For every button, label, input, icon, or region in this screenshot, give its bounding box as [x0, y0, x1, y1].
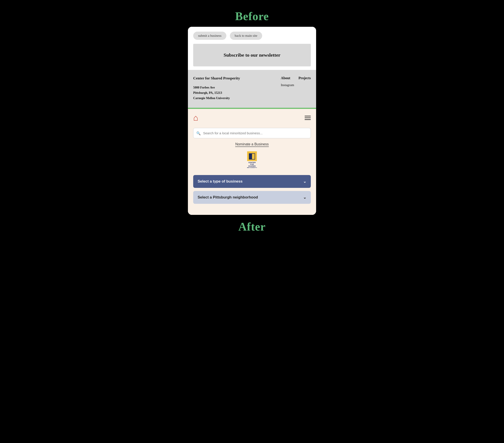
neighborhood-dropdown[interactable]: Select a Pittsburgh neighborhood ⌄ [193, 191, 311, 204]
search-icon: 🔍 [196, 131, 201, 135]
after-label: After [0, 220, 504, 233]
back-to-main-button[interactable]: back to main site [230, 32, 262, 40]
hamburger-line-3 [305, 119, 311, 120]
svg-rect-3 [249, 154, 252, 159]
submit-business-button[interactable]: submit a business [193, 32, 226, 40]
address-line2: Pittsburgh, PA, 15213 [193, 90, 276, 96]
newsletter-title: Subscribe to our newsletter [198, 52, 306, 58]
chevron-down-icon-2: ⌄ [303, 195, 306, 200]
footer-address: 5000 Forbes Ave Pittsburgh, PA, 15213 Ca… [193, 85, 276, 101]
top-bar: submit a business back to main site [188, 27, 316, 44]
logo-wrap: CENTER FOR SHARED PROSPERITY [193, 150, 311, 169]
phone-frame: submit a business back to main site Subs… [188, 27, 316, 215]
org-name: Center for Shared Prosperity [193, 76, 276, 80]
business-type-dropdown[interactable]: Select a type of business ⌄ [193, 175, 311, 188]
hamburger-line-2 [305, 117, 311, 118]
footer-col-projects: Projects [298, 76, 311, 101]
search-input[interactable] [193, 128, 311, 138]
address-line1: 5000 Forbes Ave [193, 85, 276, 90]
projects-title: Projects [298, 76, 311, 80]
instagram-link[interactable]: Instagram [281, 83, 294, 87]
app-nav: ⌂ [193, 109, 311, 126]
nominate-link-wrapper: Nominate a Business [193, 142, 311, 146]
hamburger-line-1 [305, 116, 311, 116]
neighborhood-label: Select a Pittsburgh neighborhood [198, 195, 258, 200]
svg-text:PROSPERITY: PROSPERITY [247, 167, 257, 168]
before-label: Before [0, 10, 504, 23]
app-section: ⌂ 🔍 Nominate a Business [188, 109, 316, 215]
csp-logo: CENTER FOR SHARED PROSPERITY [241, 150, 263, 168]
footer-left: Center for Shared Prosperity 5000 Forbes… [193, 76, 276, 101]
footer-col-about: About Instagram [281, 76, 294, 101]
hamburger-menu-icon[interactable] [305, 116, 311, 120]
home-icon[interactable]: ⌂ [193, 113, 198, 123]
search-wrapper: 🔍 [193, 128, 311, 138]
business-type-label: Select a type of business [198, 179, 242, 184]
nominate-link[interactable]: Nominate a Business [235, 142, 269, 147]
newsletter-banner: Subscribe to our newsletter [193, 44, 311, 66]
address-line3: Carnegie Mellon University [193, 96, 276, 101]
footer-grid: Center for Shared Prosperity 5000 Forbes… [193, 76, 311, 101]
svg-text:SHARED: SHARED [248, 165, 256, 167]
chevron-down-icon-1: ⌄ [303, 179, 306, 184]
about-title: About [281, 76, 294, 80]
footer-section: Center for Shared Prosperity 5000 Forbes… [188, 70, 316, 108]
